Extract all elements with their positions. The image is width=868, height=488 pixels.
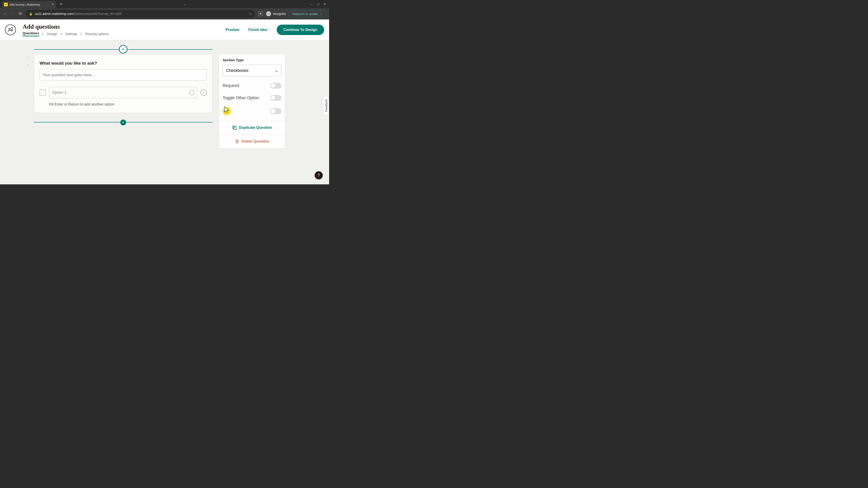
question-card[interactable]: ˄ ˅ What would you like to ask? Option 1… bbox=[34, 54, 213, 113]
bookmark-star-icon[interactable]: ☆ bbox=[249, 12, 252, 16]
question-settings-panel: Section Type Checkboxes ⌄ Required Toggl… bbox=[219, 54, 285, 149]
mailchimp-logo[interactable] bbox=[5, 24, 16, 35]
breadcrumb-settings[interactable]: Settings bbox=[65, 32, 77, 36]
relaunch-label: Relaunch to update bbox=[292, 12, 318, 15]
insert-divider-top: + bbox=[34, 49, 213, 50]
option-checkbox[interactable] bbox=[39, 90, 46, 96]
delete-label: Delete Question bbox=[242, 139, 269, 143]
chevron-right-icon: ❯ bbox=[60, 32, 62, 35]
breadcrumb-sharing[interactable]: Sharing options bbox=[85, 32, 108, 36]
required-toggle[interactable] bbox=[270, 83, 281, 89]
browser-tab[interactable]: ✦ Edit Survey | Mailchimp × bbox=[2, 1, 56, 8]
preview-button[interactable]: Preview bbox=[225, 28, 239, 32]
other-option-toggle[interactable] bbox=[270, 95, 281, 101]
continue-button[interactable]: Continue To Design bbox=[277, 25, 324, 35]
question-prompt-label: What would you like to ask? bbox=[39, 61, 207, 66]
incognito-icon: 👓 bbox=[266, 11, 271, 16]
maximize-icon[interactable]: ◻ bbox=[317, 2, 319, 6]
third-toggle[interactable] bbox=[270, 108, 281, 114]
duplicate-icon bbox=[232, 125, 237, 130]
url-domain: us21.admin.mailchimp.com bbox=[35, 12, 73, 15]
tab-title: Edit Survey | Mailchimp bbox=[9, 3, 40, 6]
finish-later-button[interactable]: Finish later bbox=[248, 28, 268, 32]
tab-close-icon[interactable]: × bbox=[52, 2, 54, 6]
svg-rect-3 bbox=[234, 127, 236, 129]
section-type-label: Section Type bbox=[223, 58, 281, 62]
relaunch-button[interactable]: Relaunch to update ⋮ bbox=[289, 10, 327, 17]
add-question-top-button[interactable]: + bbox=[119, 45, 127, 54]
option-placeholder: Option 1 bbox=[52, 90, 66, 95]
duplicate-label: Duplicate Question bbox=[239, 126, 272, 130]
section-type-select[interactable]: Checkboxes ⌄ bbox=[223, 65, 281, 76]
duplicate-question-button[interactable]: Duplicate Question bbox=[219, 121, 285, 134]
chevron-right-icon: ❯ bbox=[80, 32, 82, 35]
other-option-label: Toggle Other Option bbox=[223, 96, 259, 100]
tab-list-dropdown-icon[interactable]: ⌄ bbox=[184, 2, 186, 6]
tab-favicon: ✦ bbox=[4, 3, 8, 6]
svg-point-0 bbox=[8, 28, 10, 29]
feedback-tab[interactable]: Feedback bbox=[324, 96, 329, 115]
svg-point-1 bbox=[11, 28, 13, 30]
remove-option-icon[interactable]: − bbox=[189, 90, 194, 95]
chevron-down-icon: ⌄ bbox=[275, 68, 278, 73]
insert-divider-bottom: + bbox=[34, 122, 213, 123]
option-text-input[interactable]: Option 1 − bbox=[49, 87, 197, 98]
page-title: Add questions bbox=[23, 23, 225, 30]
minimize-icon[interactable]: — bbox=[310, 2, 313, 6]
add-option-icon[interactable]: + bbox=[200, 90, 207, 96]
lock-icon: 🔒 bbox=[29, 12, 33, 15]
chevron-right-icon: ❯ bbox=[42, 32, 44, 35]
delete-question-button[interactable]: Delete Question bbox=[219, 135, 285, 148]
breadcrumb-design[interactable]: Design bbox=[47, 32, 57, 36]
trash-icon bbox=[235, 139, 239, 144]
reload-icon[interactable]: ⟳ bbox=[18, 11, 23, 16]
add-question-bottom-button[interactable]: + bbox=[120, 120, 126, 125]
option-hint: Hit Enter or Return to add another optio… bbox=[49, 102, 207, 106]
breadcrumb: Questions ❯ Design ❯ Settings ❯ Sharing … bbox=[23, 31, 225, 36]
address-bar[interactable]: 🔒 us21.admin.mailchimp.com/lists/surveys… bbox=[26, 10, 255, 18]
kebab-icon: ⋮ bbox=[320, 12, 323, 15]
move-down-icon[interactable]: ˅ bbox=[27, 64, 29, 68]
forward-icon[interactable]: → bbox=[10, 11, 15, 16]
incognito-indicator[interactable]: 👓 Incognito bbox=[266, 11, 286, 16]
cursor-highlight-icon bbox=[223, 107, 231, 115]
breadcrumb-questions[interactable]: Questions bbox=[23, 31, 39, 36]
url-path: /lists/surveys/edit?survey_id=1205 bbox=[73, 12, 122, 15]
back-icon[interactable]: ← bbox=[3, 11, 7, 16]
section-type-value: Checkboxes bbox=[226, 68, 248, 73]
question-text-input[interactable] bbox=[39, 69, 207, 80]
move-up-icon[interactable]: ˄ bbox=[27, 57, 29, 60]
help-button[interactable]: ? bbox=[315, 171, 323, 180]
new-tab-button[interactable]: + bbox=[60, 2, 62, 7]
extensions-icon[interactable] bbox=[258, 11, 263, 16]
required-label: Required bbox=[223, 84, 239, 88]
incognito-label: Incognito bbox=[273, 12, 286, 15]
close-window-icon[interactable]: ✕ bbox=[323, 2, 326, 6]
